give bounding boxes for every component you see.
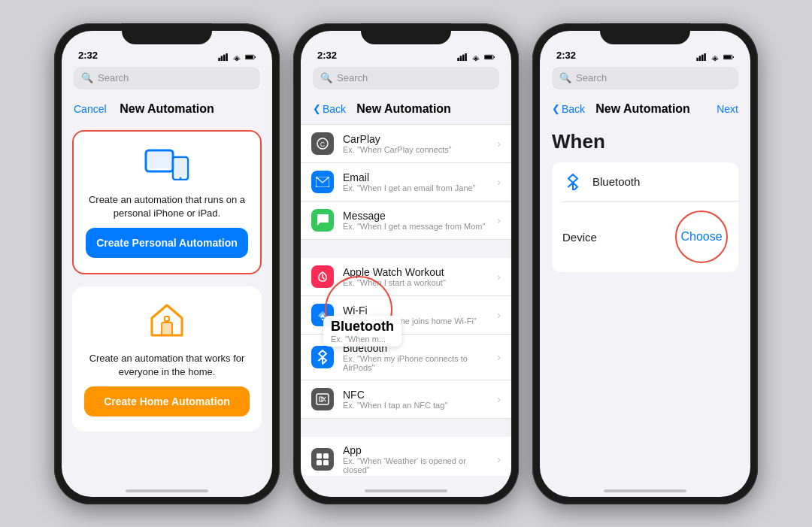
search-row-1: 🔍 Search — [62, 64, 272, 94]
bluetooth-when-icon — [562, 171, 583, 192]
status-icons-3 — [696, 53, 734, 61]
create-home-automation-button[interactable]: Create Home Automation — [84, 386, 250, 416]
email-icon — [311, 171, 334, 193]
bluetooth-title: Bluetooth — [343, 342, 488, 354]
search-bar-2[interactable]: 🔍 Search — [313, 67, 499, 89]
nav-title-3: New Automation — [585, 102, 701, 116]
back-chevron-3: ❮ — [552, 103, 560, 114]
message-text: Message Ex. "When I get a message from M… — [343, 210, 488, 231]
list-item-app[interactable]: App Ex. "When 'Weather' is opened or clo… — [301, 437, 511, 476]
list-item-workout[interactable]: Apple Watch Workout Ex. "When I start a … — [301, 258, 511, 296]
create-personal-automation-button[interactable]: Create Personal Automation — [86, 228, 248, 258]
content-3: When Bluetooth Device — [540, 124, 750, 476]
svg-rect-23 — [485, 55, 492, 58]
home-indicator-2 — [301, 476, 511, 497]
message-title: Message — [343, 210, 488, 222]
cancel-button[interactable]: Cancel — [74, 103, 111, 115]
search-icon-1: 🔍 — [81, 72, 93, 83]
home-bar-3 — [604, 489, 686, 492]
back-label-3: Back — [562, 103, 585, 115]
svg-rect-46 — [724, 55, 732, 58]
device-row[interactable]: Device Choose — [552, 201, 738, 272]
email-title: Email — [343, 171, 488, 183]
list-item-carplay[interactable]: C CarPlay Ex. "When CarPlay connects" › — [301, 124, 511, 163]
bluetooth-when-row[interactable]: Bluetooth — [552, 162, 738, 201]
list-gap-2 — [301, 419, 511, 437]
workout-chevron: › — [497, 271, 501, 283]
svg-rect-47 — [733, 56, 734, 57]
status-time-3: 2:32 — [556, 50, 576, 61]
search-icon-3: 🔍 — [559, 72, 571, 83]
list-section-2: C CarPlay Ex. "When CarPlay connects" › … — [301, 124, 511, 476]
nfc-title: NFC — [343, 389, 488, 401]
back-button-3[interactable]: ❮ Back — [552, 103, 585, 115]
svg-rect-40 — [696, 57, 698, 60]
list-item-nfc[interactable]: NFC Ex. "When I tap an NFC tag" › — [301, 380, 511, 419]
search-icon-2: 🔍 — [320, 72, 332, 83]
when-title: When — [552, 130, 738, 153]
svg-rect-31 — [323, 453, 329, 459]
search-label-1: Search — [98, 72, 129, 83]
svg-rect-41 — [699, 56, 701, 61]
svg-rect-18 — [460, 56, 462, 61]
svg-rect-20 — [465, 53, 467, 61]
list-item-bluetooth[interactable]: Bluetooth Ex. "When my iPhone connects t… — [301, 335, 511, 380]
svg-rect-11 — [174, 158, 187, 177]
message-sub: Ex. "When I get a message from Mom" — [343, 222, 488, 231]
signal-icon-1 — [218, 53, 229, 61]
home-automation-card: Create an automation that works for ever… — [72, 286, 262, 432]
svg-rect-1 — [221, 56, 223, 61]
svg-rect-2 — [223, 54, 226, 60]
wifi-sub: Ex. "When iPhone joins home Wi-Fi" — [343, 317, 488, 326]
home-bar-1 — [126, 489, 208, 492]
nav-bar-2: ❮ Back New Automation — [301, 94, 511, 124]
email-sub: Ex. "When I get an email from Jane" — [343, 183, 488, 192]
back-button-2[interactable]: ❮ Back — [313, 103, 346, 115]
nav-bar-1: Cancel New Automation — [62, 94, 272, 124]
battery-icon-1 — [245, 53, 256, 61]
search-bar-1[interactable]: 🔍 Search — [74, 67, 260, 89]
personal-card-text: Create an automation that runs on a pers… — [86, 193, 248, 220]
workout-sub: Ex. "When I start a workout" — [343, 278, 488, 287]
wifi-text: Wi-Fi Ex. "When iPhone joins home Wi-Fi" — [343, 304, 488, 326]
battery-icon-3 — [723, 53, 734, 61]
app-icon — [311, 448, 334, 471]
signal-icon-3 — [696, 53, 707, 61]
list-gap-1 — [301, 240, 511, 258]
message-chevron: › — [497, 214, 501, 226]
bluetooth-chevron: › — [497, 351, 501, 363]
svg-rect-3 — [226, 53, 228, 61]
svg-text:C: C — [320, 141, 326, 148]
nfc-chevron: › — [497, 393, 501, 405]
nav-title-2: New Automation — [346, 102, 462, 116]
bluetooth-list-icon — [311, 346, 334, 368]
status-icons-2 — [457, 53, 495, 61]
nfc-sub: Ex. "When I tap an NFC tag" — [343, 401, 488, 410]
home-indicator-3 — [540, 476, 750, 497]
email-chevron: › — [497, 176, 501, 188]
svg-rect-19 — [462, 54, 465, 60]
nav-bar-3: ❮ Back New Automation Next — [540, 94, 750, 124]
signal-icon-2 — [457, 53, 468, 61]
list-item-wifi[interactable]: Wi-Fi Ex. "When iPhone joins home Wi-Fi"… — [301, 296, 511, 335]
list-item-message[interactable]: Message Ex. "When I get a message from M… — [301, 201, 511, 240]
wifi-icon-3 — [710, 53, 720, 61]
svg-rect-29 — [317, 394, 329, 404]
svg-rect-42 — [701, 54, 704, 60]
status-time-1: 2:32 — [78, 50, 98, 61]
status-time-2: 2:32 — [317, 50, 337, 61]
carplay-title: CarPlay — [343, 133, 488, 145]
carplay-text: CarPlay Ex. "When CarPlay connects" — [343, 133, 488, 154]
search-bar-3[interactable]: 🔍 Search — [552, 67, 738, 89]
list-item-email[interactable]: Email Ex. "When I get an email from Jane… — [301, 163, 511, 201]
choose-button[interactable]: Choose — [675, 210, 728, 263]
svg-rect-17 — [457, 57, 459, 60]
back-label-2: Back — [323, 103, 346, 115]
bluetooth-text: Bluetooth Ex. "When my iPhone connects t… — [343, 342, 488, 372]
search-row-2: 🔍 Search — [301, 64, 511, 94]
svg-rect-6 — [246, 55, 253, 58]
email-text: Email Ex. "When I get an email from Jane… — [343, 171, 488, 192]
svg-rect-7 — [255, 56, 256, 57]
svg-rect-16 — [165, 317, 169, 321]
next-button[interactable]: Next — [701, 103, 738, 115]
